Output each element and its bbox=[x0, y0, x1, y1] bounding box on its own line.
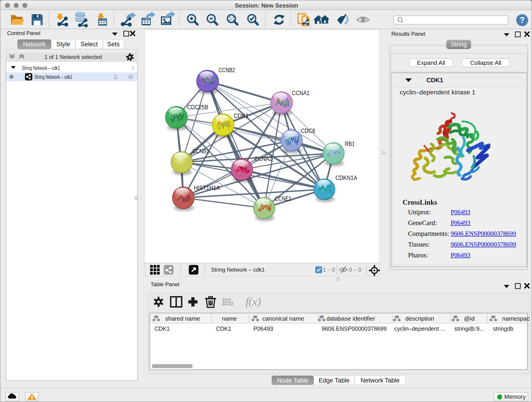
svg-text:CDC6: CDC6 bbox=[301, 128, 315, 134]
svg-text:CDK1: CDK1 bbox=[234, 112, 249, 119]
svg-text:CDC25B: CDC25B bbox=[187, 104, 208, 111]
svg-text:CCNA1: CCNA1 bbox=[292, 89, 310, 96]
svg-text:CCNA2: CCNA2 bbox=[254, 155, 272, 162]
svg-text:1 – 0: 1 – 0 bbox=[323, 267, 335, 273]
svg-text:?: ? bbox=[520, 15, 525, 25]
svg-text:RB1: RB1 bbox=[345, 140, 355, 147]
svg-text:CDKN1A: CDKN1A bbox=[336, 174, 357, 181]
svg-text:String Network – cdk1: String Network – cdk1 bbox=[211, 267, 265, 273]
svg-text:CCNE1: CCNE1 bbox=[275, 195, 291, 202]
svg-text:0 – 0: 0 – 0 bbox=[349, 267, 361, 273]
svg-text:CCNB2: CCNB2 bbox=[219, 67, 235, 74]
svg-text:f(x): f(x) bbox=[246, 295, 261, 308]
svg-text:HIST1H1A: HIST1H1A bbox=[194, 185, 220, 191]
svg-text:CCNB1: CCNB1 bbox=[192, 148, 209, 155]
